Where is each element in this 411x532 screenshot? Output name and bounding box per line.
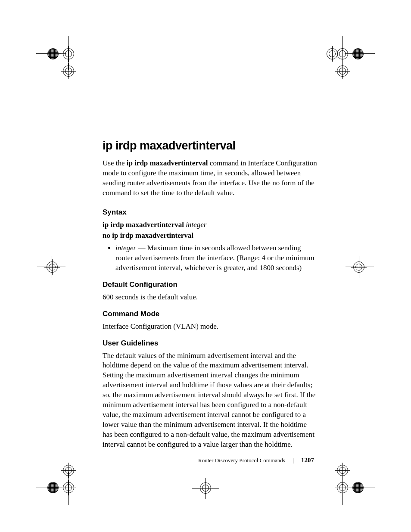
syntax-line-1: ip irdp maxadvertinterval integer	[103, 220, 318, 230]
syntax-heading: Syntax	[103, 208, 318, 218]
registration-mark-icon	[47, 261, 58, 273]
registration-ball-icon	[352, 48, 364, 59]
intro-command-name: ip irdp maxadvertinterval	[127, 159, 208, 167]
page-title: ip irdp maxadvertinterval	[103, 138, 318, 153]
registration-mark-icon	[63, 465, 74, 476]
syntax-bullet-list: integer — Maximum time in seconds allowe…	[103, 243, 318, 273]
footer-section: Router Discovery Protocol Commands	[198, 457, 285, 464]
registration-ball-icon	[47, 482, 59, 493]
registration-ball-icon	[352, 482, 364, 493]
syntax-bullet: integer — Maximum time in seconds allowe…	[115, 243, 318, 273]
page-number: 1207	[301, 457, 314, 464]
command-mode-text: Interface Configuration (VLAN) mode.	[103, 322, 318, 332]
intro-prefix: Use the	[103, 159, 127, 167]
content-area: ip irdp maxadvertinterval Use the ip ird…	[103, 138, 318, 456]
default-config-heading: Default Configuration	[103, 280, 318, 290]
registration-mark-icon	[63, 48, 74, 59]
footer-separator: |	[293, 457, 294, 464]
syntax-line-2: no ip irdp maxadvertinterval	[103, 231, 318, 241]
intro-paragraph: Use the ip irdp maxadvertinterval comman…	[103, 159, 318, 198]
registration-mark-icon	[200, 482, 211, 494]
registration-mark-icon	[327, 48, 338, 59]
registration-mark-icon	[337, 465, 348, 476]
syntax-arg: integer	[186, 221, 206, 229]
registration-mark-icon	[337, 65, 348, 77]
default-config-text: 600 seconds is the default value.	[103, 292, 318, 302]
registration-mark-icon	[63, 482, 74, 493]
registration-ball-icon	[47, 48, 59, 59]
user-guidelines-heading: User Guidelines	[103, 339, 318, 348]
command-mode-heading: Command Mode	[103, 309, 318, 319]
bullet-term: integer	[115, 244, 136, 252]
registration-mark-icon	[353, 261, 364, 273]
bullet-sep: —	[136, 244, 147, 252]
syntax-cmd: ip irdp maxadvertinterval	[103, 221, 186, 229]
registration-mark-icon	[63, 65, 74, 77]
registration-mark-icon	[337, 482, 348, 493]
page-footer: Router Discovery Protocol Commands | 120…	[0, 457, 411, 464]
user-guidelines-text: The default values of the minimum advert…	[103, 351, 318, 450]
page: ip irdp maxadvertinterval Use the ip ird…	[0, 0, 411, 532]
